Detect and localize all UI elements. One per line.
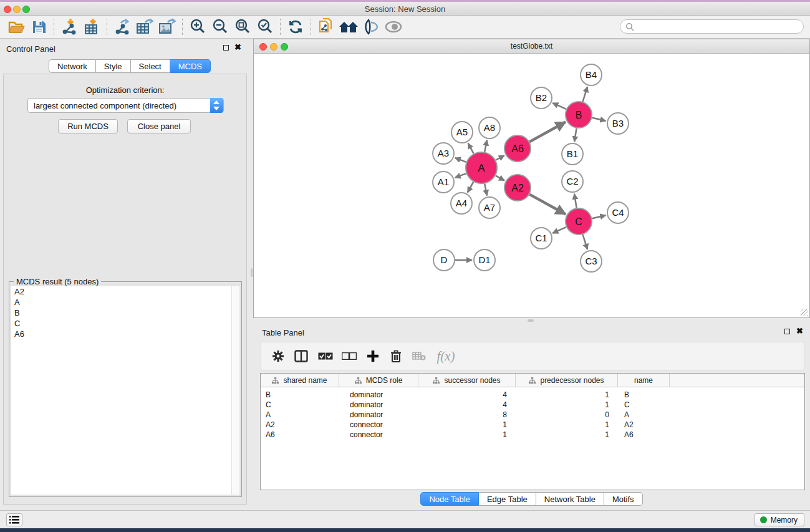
graph-node[interactable]: A3 <box>433 143 454 164</box>
table-cell[interactable]: B <box>261 390 339 400</box>
table-cell[interactable]: 1 <box>516 420 618 430</box>
graph-edge[interactable] <box>574 194 577 208</box>
graph-edge[interactable] <box>455 173 466 178</box>
close-panel-button[interactable]: Close panel <box>127 119 191 133</box>
zoom-selected-icon[interactable] <box>254 17 276 37</box>
network-canvas[interactable]: B4B2BB3A8A5A6B1A3AC2A1A2A4A7C4CC1DD1C3 <box>253 54 810 318</box>
zoom-fit-icon[interactable] <box>231 17 254 37</box>
scrollbar-track[interactable] <box>231 286 239 495</box>
export-network-icon[interactable] <box>111 17 133 37</box>
table-cell[interactable]: 0 <box>516 410 618 420</box>
column-header-name[interactable]: name <box>618 374 670 387</box>
network-window-titlebar[interactable]: testGlobe.txt <box>253 39 810 54</box>
mcds-result-list[interactable]: A2ABCA6 <box>11 286 239 495</box>
tab-network-table[interactable]: Network Table <box>536 492 604 506</box>
close-panel-icon[interactable]: ✖ <box>796 326 803 336</box>
column-header-mcds-role[interactable]: MCDS role <box>339 374 418 387</box>
add-column-icon[interactable] <box>361 347 385 365</box>
table-settings-icon[interactable] <box>268 347 289 365</box>
table-cell[interactable]: A <box>261 410 339 420</box>
table-cell[interactable]: 1 <box>516 400 618 410</box>
task-list-button[interactable] <box>6 513 22 526</box>
resize-grip-icon[interactable] <box>801 309 808 316</box>
graph-edge[interactable] <box>592 215 605 218</box>
tab-edge-table[interactable]: Edge Table <box>479 492 536 506</box>
result-list-item[interactable]: A6 <box>11 329 239 339</box>
graph-edge[interactable] <box>583 235 587 249</box>
graph-node[interactable]: A5 <box>451 122 473 143</box>
graph-edge[interactable] <box>552 227 566 233</box>
memory-button[interactable]: Memory <box>755 513 804 526</box>
table-row[interactable]: Adominator80A <box>261 410 804 420</box>
table-cell[interactable]: 8 <box>418 410 516 420</box>
table-cell[interactable]: dominator <box>339 390 418 400</box>
run-mcds-button[interactable]: Run MCDS <box>58 119 118 133</box>
graph-node[interactable]: B2 <box>531 87 552 109</box>
table-row[interactable]: A6connector11A6 <box>261 430 804 440</box>
delete-table-icon[interactable] <box>407 347 431 365</box>
graph-node[interactable]: A7 <box>479 197 500 218</box>
graph-node[interactable]: B1 <box>562 143 583 165</box>
graphics-details-icon[interactable] <box>360 17 382 37</box>
table-row[interactable]: Cdominator41C <box>261 400 804 410</box>
graph-edge[interactable] <box>552 103 566 109</box>
graph-node[interactable]: A <box>466 152 497 183</box>
result-list-item[interactable]: A2 <box>11 286 239 297</box>
table-cell[interactable]: 1 <box>516 430 618 440</box>
splitter-grip[interactable] <box>528 319 534 322</box>
select-all-icon[interactable] <box>314 347 337 365</box>
graph-node[interactable]: C2 <box>562 171 583 192</box>
search-field[interactable] <box>634 22 803 31</box>
graph-node[interactable]: A2 <box>504 175 531 201</box>
graph-node[interactable]: A8 <box>479 117 500 138</box>
graph-node[interactable]: D <box>433 249 455 271</box>
graph-edge[interactable] <box>592 118 605 121</box>
float-panel-icon[interactable] <box>223 45 229 51</box>
graph-node[interactable]: C4 <box>607 202 629 223</box>
tab-motifs[interactable]: Motifs <box>604 492 643 506</box>
splitter-grip[interactable] <box>251 268 253 277</box>
result-list-item[interactable]: C <box>11 318 239 329</box>
table-cell[interactable]: C <box>618 400 670 410</box>
table-cell[interactable]: A2 <box>618 420 670 430</box>
table-cell[interactable]: A2 <box>261 420 339 430</box>
graph-node[interactable]: A1 <box>433 172 454 193</box>
float-panel-icon[interactable] <box>784 329 790 334</box>
save-session-icon[interactable] <box>27 17 50 37</box>
graph-edge[interactable] <box>529 122 566 142</box>
table-cell[interactable]: 1 <box>516 390 618 400</box>
graph-edge[interactable] <box>468 143 474 154</box>
graph-node[interactable]: D1 <box>474 249 495 271</box>
import-table-icon[interactable] <box>80 17 103 37</box>
table-cell[interactable]: 4 <box>418 400 516 410</box>
tab-node-table[interactable]: Node Table <box>420 492 479 506</box>
criterion-dropdown[interactable]: largest connected component (directed) <box>27 98 224 113</box>
column-header-shared-name[interactable]: shared name <box>261 374 339 387</box>
import-network-icon[interactable] <box>58 17 80 37</box>
show-hide-graphics-icon[interactable] <box>382 17 405 37</box>
table-cell[interactable]: B <box>618 390 670 400</box>
home-icon[interactable] <box>337 17 360 37</box>
result-list-item[interactable]: A <box>11 297 239 307</box>
graph-node[interactable]: A6 <box>504 135 531 162</box>
table-cell[interactable]: 1 <box>418 430 516 440</box>
close-panel-icon[interactable]: ✖ <box>234 42 241 52</box>
deselect-all-icon[interactable] <box>337 347 361 365</box>
graph-edge[interactable] <box>485 140 487 152</box>
graph-node[interactable]: B3 <box>607 113 629 134</box>
table-cell[interactable]: 4 <box>418 390 516 400</box>
tab-style[interactable]: Style <box>96 59 131 73</box>
graph-node[interactable]: C3 <box>581 251 602 272</box>
graph-edge[interactable] <box>529 195 566 215</box>
export-image-icon[interactable] <box>156 17 178 37</box>
horizontal-splitter[interactable] <box>253 318 810 323</box>
table-cell[interactable]: C <box>261 400 339 410</box>
graph-edge[interactable] <box>496 155 504 160</box>
table-cell[interactable]: dominator <box>339 400 418 410</box>
column-header-successor-nodes[interactable]: successor nodes <box>418 374 516 387</box>
table-cell[interactable]: 1 <box>418 420 516 430</box>
table-row[interactable]: A2connector11A2 <box>261 420 804 430</box>
export-table-icon[interactable] <box>133 17 156 37</box>
graph-edge[interactable] <box>468 182 473 193</box>
table-cell[interactable]: A6 <box>618 430 670 440</box>
